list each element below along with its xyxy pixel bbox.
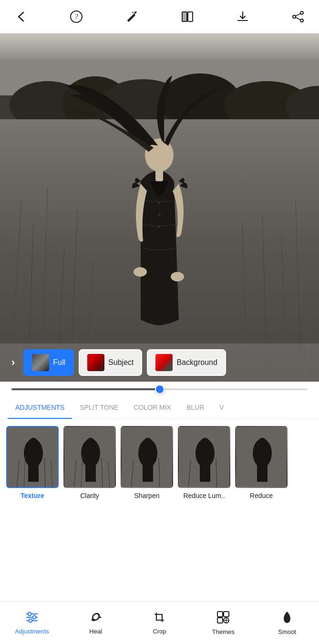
- svg-rect-9: [188, 12, 193, 21]
- adjustment-sharpen[interactable]: Sharpen: [118, 424, 175, 501]
- top-toolbar: ?: [0, 0, 319, 33]
- mask-subject-label: Subject: [108, 358, 134, 367]
- svg-point-76: [29, 619, 32, 623]
- svg-rect-60: [143, 453, 153, 482]
- adjustment-clarity-thumb: [63, 426, 116, 488]
- svg-point-42: [134, 267, 147, 277]
- slider-thumb[interactable]: [155, 384, 165, 394]
- adjustment-reduce-lum-thumb: [178, 426, 230, 488]
- smooth-icon: [282, 610, 292, 626]
- nav-smooth-label: Smoot: [278, 628, 296, 635]
- tab-vignette[interactable]: V: [212, 397, 231, 419]
- svg-rect-83: [217, 618, 223, 623]
- svg-point-74: [28, 613, 31, 616]
- mask-full-button[interactable]: Full: [23, 349, 74, 376]
- adjustment-slider[interactable]: [0, 382, 319, 397]
- svg-rect-46: [28, 453, 39, 482]
- svg-point-10: [300, 11, 303, 14]
- photo-editor-canvas: › Full Subject Background: [0, 33, 319, 382]
- mask-background-button[interactable]: Background: [147, 349, 226, 376]
- mask-subject-thumb: [87, 354, 104, 371]
- adjustment-reduce-lum-label: Reduce Lum..: [183, 492, 225, 499]
- svg-rect-8: [182, 12, 187, 21]
- slider-track[interactable]: [11, 388, 308, 390]
- adjustment-tabs: ADJUSTMENTS SPLIT TONE COLOR MIX BLUR V: [0, 397, 319, 419]
- tab-split-tone[interactable]: SPLIT TONE: [72, 397, 126, 419]
- adjustment-sharpen-thumb: [121, 426, 173, 488]
- compare-button[interactable]: [178, 7, 197, 26]
- mask-background-label: Background: [176, 358, 217, 367]
- svg-rect-65: [200, 453, 210, 482]
- tab-color-mix[interactable]: COLOR MIX: [126, 397, 179, 419]
- mask-full-label: Full: [53, 358, 65, 367]
- adjustment-texture-label: Texture: [21, 492, 44, 499]
- mask-full-thumb: [32, 354, 49, 371]
- nav-smooth[interactable]: Smoot: [255, 606, 319, 639]
- svg-text:?: ?: [75, 13, 78, 21]
- crop-icon: [153, 611, 166, 626]
- svg-point-12: [293, 15, 296, 18]
- nav-themes-label: Themes: [212, 628, 235, 635]
- tab-adjustments[interactable]: ADJUSTMENTS: [8, 397, 72, 419]
- mask-subject-button[interactable]: Subject: [79, 349, 142, 376]
- svg-point-40: [158, 213, 161, 216]
- bottom-navigation: Adjustments Heal Crop: [0, 601, 319, 644]
- slider-fill: [11, 388, 160, 390]
- nav-heal-label: Heal: [89, 628, 102, 635]
- adjustments-icon: [25, 611, 39, 626]
- svg-point-75: [32, 616, 36, 619]
- adjustment-sharpen-label: Sharpen: [134, 492, 160, 499]
- svg-rect-53: [85, 453, 96, 482]
- share-button[interactable]: [288, 7, 308, 26]
- svg-point-43: [171, 272, 184, 281]
- adjustments-list: Texture Clarity: [0, 419, 319, 506]
- magic-button[interactable]: [122, 7, 141, 26]
- themes-icon: [216, 610, 230, 626]
- adjustment-reduce-thumb: [235, 426, 288, 488]
- nav-crop[interactable]: Crop: [128, 607, 192, 639]
- adjustment-clarity-label: Clarity: [80, 492, 99, 499]
- help-button[interactable]: ?: [67, 7, 86, 26]
- adjustment-clarity[interactable]: Clarity: [61, 424, 118, 501]
- svg-rect-82: [224, 612, 229, 617]
- adjustment-texture-thumb: [6, 426, 59, 488]
- nav-adjustments[interactable]: Adjustments: [0, 607, 64, 639]
- back-button[interactable]: [11, 7, 31, 26]
- heal-icon: [89, 611, 103, 626]
- nav-themes[interactable]: Themes: [191, 606, 255, 639]
- nav-adjustments-label: Adjustments: [15, 628, 49, 635]
- svg-point-39: [158, 201, 161, 204]
- svg-line-14: [296, 17, 300, 20]
- tab-blur[interactable]: BLUR: [179, 397, 212, 419]
- mask-background-thumb: [155, 354, 173, 371]
- mask-arrow-button[interactable]: ›: [8, 354, 19, 371]
- adjustment-reduce[interactable]: Reduce: [233, 424, 290, 501]
- svg-rect-70: [257, 453, 268, 482]
- mask-selection-bar: › Full Subject Background: [0, 343, 319, 382]
- svg-rect-81: [217, 612, 223, 617]
- nav-heal[interactable]: Heal: [64, 607, 128, 639]
- download-button[interactable]: [233, 7, 252, 26]
- adjustment-reduce-lum[interactable]: Reduce Lum..: [175, 424, 233, 501]
- nav-crop-label: Crop: [153, 628, 166, 635]
- adjustment-reduce-label: Reduce: [250, 492, 273, 499]
- svg-point-41: [158, 225, 161, 228]
- svg-point-11: [300, 19, 303, 22]
- adjustment-texture[interactable]: Texture: [4, 424, 61, 501]
- svg-line-13: [296, 13, 300, 16]
